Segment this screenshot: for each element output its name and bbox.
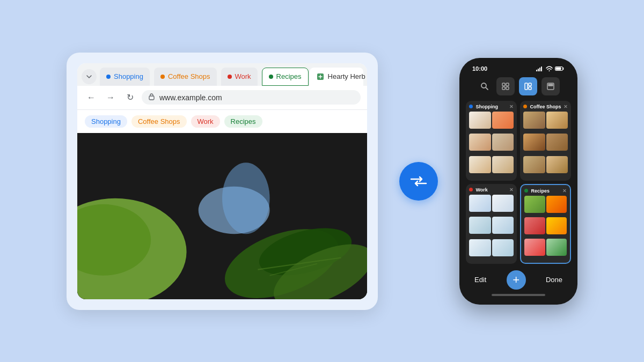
tab-coffee-shops[interactable]: Coffee Shops [154, 68, 217, 86]
add-tab-button[interactable]: + [507, 270, 526, 290]
recipes-thumb-1 [524, 196, 545, 213]
tab-recipes-label: Recipes [276, 72, 302, 80]
chip-shopping[interactable]: Shopping [85, 115, 127, 128]
shopping-thumb-3 [469, 134, 491, 151]
work-thumb-5 [469, 239, 491, 256]
svg-rect-26 [529, 83, 531, 86]
svg-rect-15 [541, 67, 542, 71]
main-container: Shopping Coffee Shops Work Recipes [67, 53, 577, 310]
phone-group-shopping-title: Shopping [469, 104, 498, 109]
phone-wrapper: 10:00 [459, 58, 577, 305]
shopping-dot [469, 105, 473, 108]
svg-rect-1 [149, 96, 154, 100]
chip-coffee[interactable]: Coffee Shops [131, 115, 187, 128]
coffee-thumbnails [523, 112, 568, 178]
phone-group-recipes-title: Recipes [524, 188, 550, 194]
tab-work-dot [228, 75, 232, 79]
svg-rect-23 [502, 87, 505, 90]
coffee-thumb-4 [546, 134, 568, 151]
phone-bottom-bar: Edit + Done [464, 266, 573, 292]
phone-group-work[interactable]: Work ✕ [466, 184, 517, 264]
recipes-thumb-5 [524, 239, 545, 256]
phone-group-work-header: Work ✕ [469, 187, 514, 193]
tab-shopping[interactable]: Shopping [100, 68, 150, 86]
browser-content-area [77, 133, 367, 299]
recipes-thumb-4 [546, 217, 567, 234]
svg-rect-13 [538, 69, 539, 71]
reload-button[interactable]: ↻ [122, 90, 137, 105]
phone-group-work-title: Work [469, 187, 488, 193]
phone-groups-icon[interactable] [496, 77, 515, 95]
shopping-thumbnails [469, 112, 514, 178]
phone-group-coffee-header: Coffee Shops ✕ [523, 104, 568, 109]
phone-group-recipes-header: Recipes ✕ [524, 188, 567, 194]
forward-button[interactable]: → [103, 90, 118, 105]
edit-button[interactable]: Edit [474, 276, 486, 284]
shopping-thumb-5 [469, 156, 491, 173]
svg-rect-22 [506, 83, 509, 86]
lock-icon [148, 93, 155, 102]
shopping-thumb-4 [492, 134, 514, 151]
svg-point-6 [222, 162, 270, 234]
phone-group-coffee-title: Coffee Shops [523, 104, 561, 109]
work-thumb-4 [492, 217, 514, 234]
browser-page-image [77, 133, 367, 299]
coffee-thumb-1 [523, 112, 545, 129]
shopping-thumb-6 [492, 156, 514, 173]
url-text: www.example.com [159, 93, 222, 102]
recipes-close-button[interactable]: ✕ [562, 188, 567, 194]
svg-rect-14 [539, 68, 540, 71]
coffee-thumb-6 [546, 156, 568, 173]
tab-work-label: Work [235, 72, 251, 80]
phone-group-shopping[interactable]: Shopping ✕ [466, 101, 517, 181]
tab-chips-bar: Shopping Coffee Shops Work Recipes [77, 110, 367, 133]
shopping-close-button[interactable]: ✕ [509, 104, 514, 109]
coffee-thumb-5 [523, 156, 545, 173]
svg-rect-12 [536, 70, 537, 71]
phone-windows-icon[interactable] [541, 77, 560, 95]
work-thumb-1 [469, 195, 491, 212]
svg-point-16 [549, 70, 550, 71]
done-button[interactable]: Done [546, 276, 562, 284]
phone-group-recipes[interactable]: Recipes ✕ [520, 184, 571, 264]
home-indicator [492, 294, 545, 296]
recipes-thumbnails [524, 196, 567, 260]
status-icons [536, 66, 565, 71]
svg-rect-29 [548, 84, 553, 86]
coffee-close-button[interactable]: ✕ [564, 104, 568, 109]
browser-window: Shopping Coffee Shops Work Recipes [77, 63, 367, 299]
tab-shopping-label: Shopping [114, 72, 143, 80]
work-thumb-2 [492, 195, 514, 212]
coffee-thumb-2 [546, 112, 568, 129]
shopping-thumb-2 [492, 112, 514, 129]
svg-rect-18 [556, 67, 561, 70]
work-close-button[interactable]: ✕ [509, 187, 514, 193]
phone-tab-groups-active-icon[interactable] [519, 77, 537, 95]
mobile-phone: 10:00 [459, 58, 577, 305]
shopping-thumb-1 [469, 112, 491, 129]
tab-bar: Shopping Coffee Shops Work Recipes [77, 63, 367, 86]
tab-recipes[interactable]: Recipes [262, 68, 309, 86]
phone-status-bar: 10:00 [464, 64, 573, 74]
coffee-dot [523, 105, 527, 108]
tab-work[interactable]: Work [221, 68, 258, 86]
coffee-thumb-3 [523, 134, 545, 151]
phone-search-icon[interactable] [477, 79, 492, 94]
tab-shopping-dot [106, 75, 111, 79]
tab-recipes-dot [269, 75, 273, 79]
back-button[interactable]: ← [84, 90, 99, 105]
tab-coffee-label: Coffee Shops [168, 72, 210, 80]
phone-group-shopping-header: Shopping ✕ [469, 104, 514, 109]
tab-hearty[interactable]: Hearty Herb [310, 68, 363, 86]
sync-button[interactable] [399, 162, 438, 201]
phone-time: 10:00 [472, 65, 487, 72]
phone-group-coffee[interactable]: Coffee Shops ✕ [520, 101, 571, 181]
tab-overflow-button[interactable] [82, 69, 97, 84]
url-bar[interactable]: www.example.com [142, 90, 361, 105]
address-bar: ← → ↻ www.example.com [77, 86, 367, 110]
svg-rect-27 [529, 87, 531, 90]
chip-recipes[interactable]: Recipes [224, 115, 262, 128]
work-thumbnails [469, 195, 514, 261]
tab-hearty-label: Hearty Herb [328, 72, 365, 80]
chip-work[interactable]: Work [191, 115, 220, 128]
